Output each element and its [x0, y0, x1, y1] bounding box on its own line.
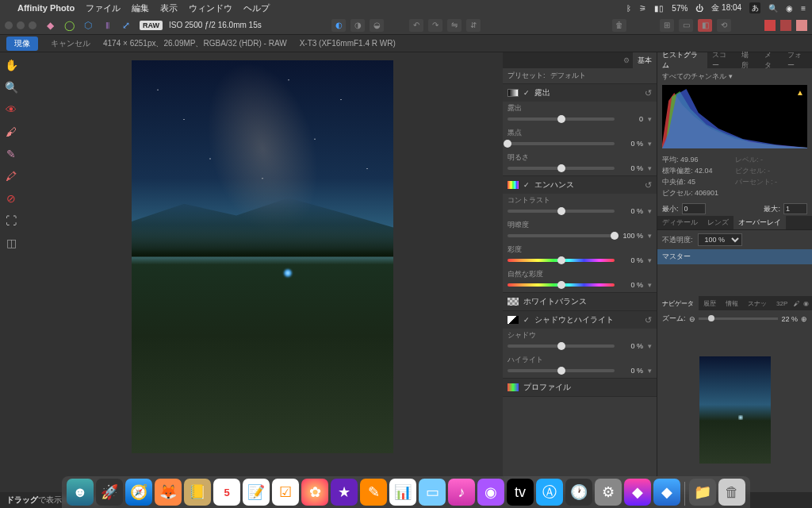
zoom-out-icon[interactable]: ⊖ [689, 315, 695, 323]
dock-settings-icon[interactable]: ⚙ [595, 479, 622, 506]
single-icon[interactable]: ▭ [679, 19, 693, 32]
persona-export-icon[interactable]: ⤢ [119, 18, 133, 33]
wifi-icon[interactable]: ⚞ [639, 4, 646, 13]
battery-icon[interactable]: ▮▯ [654, 4, 664, 13]
menu-window[interactable]: ウィンドウ [189, 2, 232, 14]
zoom-slider[interactable] [699, 318, 779, 320]
dock-clock-icon[interactable]: 🕐 [565, 479, 592, 506]
dock-appletv-icon[interactable]: tv [507, 479, 534, 506]
scale-icon[interactable]: ▾ [648, 367, 652, 375]
tab-meta[interactable]: メタ [760, 52, 783, 68]
tab-scope[interactable]: スコー [707, 52, 737, 68]
enhance-reset-icon[interactable]: ↺ [645, 180, 652, 190]
channel-label[interactable]: すべてのチャンネル [662, 72, 726, 80]
bluetooth-icon[interactable]: ᛒ [626, 4, 631, 13]
enhance-check-icon[interactable]: ✓ [523, 181, 530, 189]
scale-icon[interactable]: ▾ [648, 115, 652, 123]
sync-icon[interactable]: ⟲ [717, 19, 731, 32]
dock-affinity-photo-icon[interactable]: ◆ [624, 479, 651, 506]
dock-affinity-designer-icon[interactable]: ◆ [653, 479, 680, 506]
dock-launchpad-icon[interactable]: 🚀 [96, 479, 123, 506]
heal-tool-icon[interactable]: 🖍 [3, 168, 19, 184]
dock-firefox-icon[interactable]: 🦊 [155, 479, 182, 506]
rotate-left-icon[interactable]: ↶ [409, 19, 423, 32]
panel-gear-icon[interactable]: ⚙ [620, 56, 633, 64]
window-controls[interactable] [5, 21, 36, 29]
redeye-tool-icon[interactable]: 👁 [3, 102, 19, 117]
tab-overlay[interactable]: オーバーレイ [733, 216, 786, 229]
hand-tool-icon[interactable]: ✋ [3, 57, 19, 73]
preset-value[interactable]: デフォルト [550, 71, 586, 81]
scale-icon[interactable]: ▾ [648, 164, 652, 172]
grid-icon[interactable]: ⊞ [660, 19, 674, 32]
tab-history[interactable]: 履歴 [699, 296, 721, 310]
flip-h-icon[interactable]: ⇋ [447, 19, 462, 32]
contrast-slider[interactable] [508, 210, 615, 213]
clip-shadow-icon[interactable]: ◐ [331, 19, 346, 32]
hist-min-input[interactable] [682, 203, 706, 214]
develop-button[interactable]: 現像 [6, 37, 38, 51]
menu-edit[interactable]: 編集 [132, 2, 149, 14]
ruler-tool-icon[interactable]: ◫ [3, 235, 19, 251]
spotlight-icon[interactable]: 🔍 [768, 4, 778, 13]
clip-mid-icon[interactable]: ◑ [350, 19, 365, 32]
hist-max-input[interactable] [783, 203, 807, 214]
tab-histogram[interactable]: ヒストグラム [657, 52, 707, 68]
menu-file[interactable]: ファイル [86, 2, 121, 14]
menubar-clock[interactable]: 金 18:04 [711, 2, 741, 13]
dock-safari-icon[interactable]: 🧭 [125, 479, 152, 506]
dock-contacts-icon[interactable]: 📒 [184, 479, 211, 506]
dock-finder-icon[interactable]: ☻ [67, 479, 94, 506]
zoom-tool-icon[interactable]: 🔍 [3, 79, 19, 95]
clone-tool-icon[interactable]: ✎ [3, 146, 19, 162]
tab-32p[interactable]: 32P [772, 296, 792, 310]
cancel-button[interactable]: キャンセル [51, 38, 90, 49]
scale-icon[interactable]: ▾ [648, 256, 652, 264]
shadows-check-icon[interactable]: ✓ [523, 316, 530, 324]
tab-basic[interactable]: 基本 [633, 52, 657, 68]
tab-detail[interactable]: ディテール [657, 216, 703, 229]
dock-keynote-icon[interactable]: ▭ [419, 479, 446, 506]
menu-view[interactable]: 表示 [160, 2, 178, 14]
scale-icon[interactable]: ▾ [648, 342, 652, 350]
app-name[interactable]: Affinity Photo [17, 3, 75, 13]
tab-snap[interactable]: スナッ [743, 296, 772, 310]
siri-icon[interactable]: ◉ [786, 4, 793, 13]
swatch-red2-icon[interactable] [780, 20, 791, 31]
scale-icon[interactable]: ▾ [648, 207, 652, 215]
brightness-slider[interactable] [508, 167, 615, 170]
dock-imovie-icon[interactable]: ★ [331, 479, 358, 506]
rotate-right-icon[interactable]: ↷ [428, 19, 442, 32]
tab-info[interactable]: 情報 [721, 296, 743, 310]
navigator-thumbnail[interactable] [699, 356, 771, 464]
dock-podcasts-icon[interactable]: ◉ [477, 479, 504, 506]
exposure-slider[interactable] [508, 117, 615, 121]
trash-icon[interactable]: 🗑 [612, 19, 626, 32]
clip-highlight-icon[interactable]: ◒ [370, 19, 384, 32]
dock-trash-icon[interactable]: 🗑 [718, 479, 745, 506]
vibrance-slider[interactable] [508, 283, 615, 287]
shadow-slider[interactable] [508, 344, 615, 348]
dock-photos-icon[interactable]: ✿ [301, 479, 328, 506]
nav-brush-icon[interactable]: 🖌 [794, 300, 800, 307]
blackpoint-slider[interactable] [508, 142, 615, 145]
nav-color-icon[interactable]: ◉ [803, 300, 809, 307]
notification-center-icon[interactable]: ≡ [801, 4, 806, 13]
canvas[interactable] [22, 52, 503, 492]
shadows-reset-icon[interactable]: ↺ [645, 315, 652, 325]
persona-develop-icon[interactable]: ⬡ [81, 18, 95, 33]
dock-appstore-icon[interactable]: Ⓐ [536, 479, 563, 506]
swatch-pink-icon[interactable] [796, 20, 807, 31]
scale-icon[interactable]: ▾ [648, 140, 652, 148]
blemish-tool-icon[interactable]: ⊘ [3, 190, 19, 206]
exposure-check-icon[interactable]: ✓ [523, 89, 530, 97]
exposure-reset-icon[interactable]: ↺ [645, 88, 652, 98]
ime-indicator[interactable]: あ [749, 2, 760, 13]
persona-photo-icon[interactable]: ◆ [43, 18, 57, 33]
persona-liquify-icon[interactable]: ◯ [62, 18, 76, 33]
clarity-slider[interactable] [508, 234, 615, 237]
dock-numbers-icon[interactable]: 📊 [389, 479, 416, 506]
channel-dropdown-icon[interactable]: ▾ [729, 72, 733, 80]
dock-notes-icon[interactable]: 📝 [243, 479, 270, 506]
flip-v-icon[interactable]: ⇵ [466, 19, 481, 32]
